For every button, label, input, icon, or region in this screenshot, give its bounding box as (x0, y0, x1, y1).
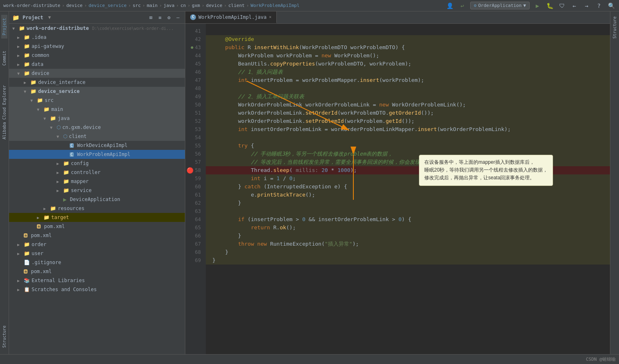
tree-data[interactable]: ▶ 📁 data (9, 60, 185, 69)
scratches-icon: 📋 (24, 287, 30, 292)
ln-45: 45 (185, 60, 206, 68)
ext-libs-label: External Libraries (32, 278, 85, 283)
device-service-label: device_service (38, 88, 80, 94)
ln-51: 51 (185, 109, 206, 117)
bc-3[interactable]: device_service (89, 3, 127, 8)
tree-src[interactable]: ▼ 📁 src (9, 96, 185, 105)
line-62: } (206, 199, 610, 207)
tree-gitignore[interactable]: ▶ 📄 .gitignore (9, 258, 185, 267)
package-icon: ⬡ (57, 124, 61, 130)
right-panel: Structure (610, 11, 619, 354)
forward-button[interactable]: → (582, 1, 591, 10)
resources-icon: 📁 (50, 206, 56, 211)
device-interface-label: device_interface (38, 79, 86, 85)
ln-66: 66 (185, 232, 206, 240)
tree-order[interactable]: ▶ 📁 order (9, 240, 185, 249)
tree-target[interactable]: ▶ 📁 target (9, 213, 185, 222)
bc-4[interactable]: src (132, 3, 141, 8)
panel-icon-1[interactable]: ⊞ (147, 14, 155, 21)
main-label: main (51, 106, 63, 112)
editor-tab-active[interactable]: C WorkProblemApiImpl.java × (185, 11, 277, 23)
bc-8[interactable]: gxm (192, 3, 200, 8)
project-vtab[interactable]: Project (1, 15, 7, 38)
device-icon: 📁 (24, 70, 30, 76)
tree-mapper[interactable]: ▶ 📁 mapper (9, 177, 185, 186)
tab-close-btn[interactable]: × (269, 15, 271, 19)
ln-46: 46 (185, 68, 206, 76)
line-61: e.printStackTrace(); (206, 191, 610, 199)
mapper-label: mapper (71, 179, 89, 184)
tree-user[interactable]: ▶ 📁 user (9, 249, 185, 258)
bottom-bar: CSDN @铭锦喻 (0, 354, 619, 364)
device-app-label: DeviceApplication (70, 197, 120, 202)
gitignore-icon: 📄 (24, 260, 30, 265)
code-content: 41 42 ● 43 44 45 46 47 48 49 50 51 52 53 (185, 24, 610, 354)
commit-vtab[interactable]: Commit (1, 47, 7, 69)
tree-pom-device[interactable]: ▶ m pom.xml (9, 222, 185, 231)
bc-9[interactable]: device (206, 3, 223, 8)
tree-work-device[interactable]: ▶ C WorkDeviceApiImpl (9, 141, 185, 150)
tree-controller[interactable]: ▶ 📁 controller (9, 168, 185, 177)
run-config[interactable]: ⚙ OrderApplication ▼ (470, 2, 530, 9)
bc-5[interactable]: main (147, 3, 158, 8)
tree-device-app[interactable]: ▶ ▶ DeviceApplication (9, 195, 185, 204)
tree-resources[interactable]: ▶ 📁 resources (9, 204, 185, 213)
back-button[interactable]: ← (570, 1, 579, 10)
tree-device-interface[interactable]: ▶ 📁 device_interface (9, 78, 185, 87)
project-panel: 📁 Project ▼ ⊞ ≡ ⚙ — ▼ 📁 work-order-distr… (9, 11, 185, 354)
tab-java-icon: C (190, 14, 196, 20)
tree-cn-gxm[interactable]: ▼ ⬡ cn.gxm.device (9, 123, 185, 132)
tree-main[interactable]: ▼ 📁 main (9, 105, 185, 114)
structure-vtab[interactable]: Structure (1, 322, 7, 351)
tree-root[interactable]: ▼ 📁 work-order-distribute D:\code\exerci… (9, 24, 185, 33)
tree-scratches[interactable]: ▶ 📋 Scratches and Consoles (9, 285, 185, 294)
device-service-icon: 📁 (30, 88, 36, 94)
line-53: int insertOrderProblemLink = workOrderPr… (206, 125, 610, 133)
run-button[interactable]: ▶ (533, 1, 542, 10)
structure-right-tab[interactable]: Structure (612, 13, 618, 42)
ln-68: 68 (185, 248, 206, 256)
tree-service[interactable]: ▶ 📁 service (9, 186, 185, 195)
tree-pom-root[interactable]: ▶ m pom.xml (9, 231, 185, 240)
work-device-label: WorkDeviceApiImpl (77, 142, 127, 148)
tree-ext-libs[interactable]: ▶ 📚 External Libraries (9, 276, 185, 285)
panel-icon-3[interactable]: ⚙ (165, 14, 173, 21)
dropdown-icon: ▼ (523, 3, 526, 8)
alibaba-vtab[interactable]: Alibaba Cloud Explorer (1, 82, 7, 142)
tree-work-problem[interactable]: ▶ C WorkProblemApiImpl (9, 150, 185, 159)
bc-current[interactable]: WorkProblemApiImpl (250, 3, 299, 8)
bc-6[interactable]: java (164, 3, 175, 8)
line-68: } (206, 248, 610, 256)
line-45: BeanUtils.copyProperties(workProblemDTO,… (206, 60, 610, 68)
bc-1[interactable]: work-order-distribute (3, 3, 60, 8)
line-67: throw new RuntimeException("插入异常"); (206, 240, 610, 248)
bc-10[interactable]: client (228, 3, 245, 8)
bc-7[interactable]: cn (180, 3, 186, 8)
panel-icon-2[interactable]: ≡ (156, 14, 164, 21)
debug-button[interactable]: 🐛 (545, 1, 554, 10)
bc-2[interactable]: device (66, 3, 83, 8)
ln-69: 69 (185, 256, 206, 265)
line-63 (206, 207, 610, 215)
resources-label: resources (58, 206, 84, 211)
search-button[interactable]: 🔍 (607, 1, 616, 10)
vcs-update-icon[interactable]: ↩ (458, 1, 467, 10)
work-device-java-icon: C (70, 143, 74, 148)
ln-50: 50 (185, 101, 206, 109)
coverage-button[interactable]: 🛡 (558, 1, 567, 10)
tree-config[interactable]: ▶ 📁 config (9, 159, 185, 168)
tree-client[interactable]: ▼ ⬡ client (9, 132, 185, 141)
tree-pom-main[interactable]: ▶ m pom.xml (9, 267, 185, 276)
tree-common[interactable]: ▶ 📁 common (9, 51, 185, 60)
mapper-icon: 📁 (63, 179, 69, 184)
tree-idea[interactable]: ▶ 📁 .idea (9, 33, 185, 42)
tree-java[interactable]: ▼ 📁 java (9, 114, 185, 123)
panel-header: 📁 Project ▼ ⊞ ≡ ⚙ — (9, 11, 185, 24)
help-button[interactable]: ? (594, 1, 603, 10)
tree-device-service[interactable]: ▼ 📁 device_service (9, 87, 185, 96)
gitignore-label: .gitignore (32, 260, 61, 265)
panel-icon-minimize[interactable]: — (174, 14, 182, 21)
git-icon[interactable]: 👤 (446, 1, 455, 10)
tree-api-gateway[interactable]: ▶ 📁 api-gateway (9, 42, 185, 51)
tree-device[interactable]: ▼ 📁 device (9, 69, 185, 78)
